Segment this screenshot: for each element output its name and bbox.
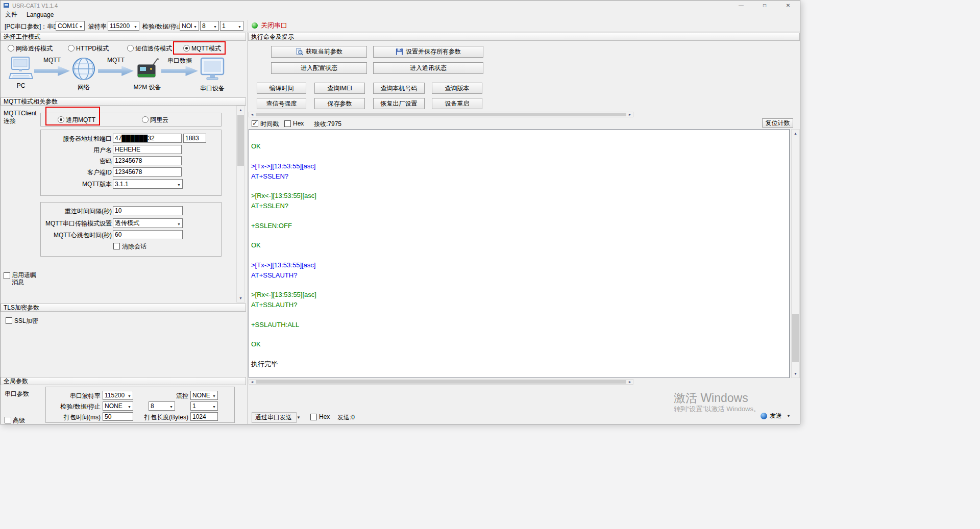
radio-net-mode-label[interactable]: 网络透传模式	[16, 44, 53, 53]
log-line: >[Tx->][13:53:55][asc]	[251, 260, 787, 270]
scrollbar-thumb[interactable]	[256, 380, 626, 384]
send-button[interactable]: 发送	[761, 412, 791, 420]
radio-general-mqtt-label[interactable]: 通用MQTT	[66, 116, 95, 124]
flow-select[interactable]: NONE	[190, 391, 218, 400]
scroll-right-icon[interactable]	[627, 112, 633, 117]
signal-strength-button[interactable]: 查信号强度	[257, 98, 306, 109]
scrollbar-thumb[interactable]	[237, 115, 244, 166]
enter-comm-button[interactable]: 进入通讯状态	[373, 62, 483, 74]
timestamp-label[interactable]: 时间戳	[260, 120, 279, 129]
log-line	[251, 231, 787, 240]
compile-time-button[interactable]: 编译时间	[257, 83, 306, 94]
save-params-button[interactable]: 保存参数	[314, 98, 365, 109]
global-databits-select[interactable]: 8	[149, 401, 175, 411]
databits-select[interactable]: 8	[200, 21, 219, 31]
ssl-label[interactable]: SSL加密	[14, 317, 38, 325]
log-vscrollbar[interactable]	[791, 129, 800, 378]
packlen-field[interactable]	[190, 412, 218, 421]
log-line	[251, 211, 787, 220]
scroll-left-icon[interactable]	[249, 380, 255, 384]
maximize-button[interactable]: □	[753, 1, 776, 10]
username-field[interactable]	[113, 145, 182, 154]
query-imei-button[interactable]: 查询IMEI	[314, 83, 365, 94]
query-number-button[interactable]: 查询本机号码	[373, 83, 425, 94]
radio-net-mode[interactable]	[8, 45, 14, 52]
radio-aliyun-label[interactable]: 阿里云	[150, 116, 168, 124]
radio-general-mqtt[interactable]	[58, 116, 64, 123]
timestamp-checkbox[interactable]	[252, 120, 258, 127]
radio-mqtt-mode[interactable]	[183, 45, 190, 52]
baud-select[interactable]: 115200	[108, 21, 139, 31]
advanced-checkbox[interactable]	[5, 417, 11, 423]
minimize-button[interactable]: —	[729, 1, 753, 10]
menu-file[interactable]: 文件	[1, 10, 22, 19]
ssl-checkbox[interactable]	[6, 317, 12, 324]
scrollbar-thumb[interactable]	[792, 314, 799, 362]
global-params-header: 全局参数	[1, 377, 246, 385]
reset-count-button[interactable]: 复位计数	[762, 118, 793, 128]
chevron-down-icon	[132, 22, 139, 30]
menu-language[interactable]: Language	[22, 10, 58, 19]
packtime-field[interactable]	[103, 412, 133, 421]
chevron-down-icon	[126, 402, 133, 410]
mqtt-version-select[interactable]: 3.1.1	[113, 179, 183, 189]
cmd-header: 执行命令及提示	[248, 33, 800, 41]
set-save-params-button[interactable]: 设置并保存所有参数	[373, 46, 483, 58]
radio-httpd-mode[interactable]	[68, 45, 75, 52]
enable-will-label-2[interactable]: 消息	[12, 278, 24, 287]
scroll-down-icon[interactable]	[237, 294, 244, 302]
query-version-button[interactable]: 查询版本	[432, 83, 482, 94]
log-area[interactable]: OK>[Tx->][13:53:55][asc]AT+SSLEN?>[Rx<-]…	[249, 129, 790, 378]
hex-recv-label[interactable]: Hex	[293, 120, 304, 127]
stopbits-select[interactable]: 1	[220, 21, 243, 31]
reconnect-field[interactable]	[113, 206, 183, 215]
radio-sms-mode-label[interactable]: 短信透传模式	[135, 44, 172, 53]
log-line: AT+SSLAUTH?	[251, 270, 787, 280]
com-port-select[interactable]: COM10	[56, 21, 85, 31]
log-hscrollbar[interactable]	[249, 379, 633, 385]
transfer-mode-select[interactable]: 透传模式	[113, 218, 183, 228]
close-button[interactable]: ✕	[776, 1, 800, 10]
device-restart-button[interactable]: 设备重启	[432, 98, 482, 109]
scrollbar-thumb[interactable]	[256, 113, 626, 116]
scroll-left-icon[interactable]	[249, 112, 255, 117]
log-line	[251, 330, 787, 339]
hex-recv-checkbox[interactable]	[284, 120, 291, 127]
server-address-field[interactable]	[113, 134, 182, 143]
global-baud-select[interactable]: 115200	[103, 391, 133, 400]
password-field[interactable]	[113, 156, 182, 165]
save-disk-icon	[396, 48, 403, 56]
clear-session-checkbox[interactable]	[113, 243, 120, 249]
heartbeat-field[interactable]	[113, 230, 183, 239]
mqtt-panel-scrollbar[interactable]	[236, 106, 245, 303]
mqtt-client-label-2: 连接	[4, 117, 16, 125]
client-id-field[interactable]	[113, 167, 182, 177]
hex-send-label[interactable]: Hex	[319, 413, 330, 420]
clear-session-label[interactable]: 清除会话	[122, 242, 146, 251]
scroll-up-icon[interactable]	[792, 130, 799, 137]
global-stopbits-select[interactable]: 1	[190, 401, 218, 411]
radio-sms-mode[interactable]	[127, 45, 134, 52]
cmd-hscrollbar[interactable]	[249, 112, 633, 117]
radio-httpd-mode-label[interactable]: HTTPD模式	[76, 44, 109, 53]
send-via-serial-button[interactable]: 通过串口发送	[252, 412, 297, 423]
radio-mqtt-mode-label[interactable]: MQTT模式	[191, 44, 221, 53]
mqtt-arrow1-label: MQTT	[34, 57, 70, 64]
server-port-field[interactable]	[183, 134, 206, 143]
hex-send-checkbox[interactable]	[310, 414, 317, 420]
baud-label: 波特率	[88, 22, 107, 31]
radio-aliyun[interactable]	[142, 116, 149, 123]
enable-will-checkbox[interactable]	[4, 272, 10, 279]
close-port-button[interactable]: 关闭串口	[252, 21, 287, 30]
serial-group-label: 串口参数	[5, 390, 29, 398]
enter-config-button[interactable]: 进入配置状态	[271, 62, 367, 74]
advanced-label[interactable]: 高级	[13, 416, 25, 425]
scroll-down-icon[interactable]	[792, 370, 799, 377]
global-parity-select[interactable]: NONE	[103, 401, 133, 411]
factory-reset-button[interactable]: 恢复出厂设置	[373, 98, 425, 109]
get-params-button[interactable]: 获取当前参数	[271, 46, 367, 58]
scroll-right-icon[interactable]	[627, 380, 633, 384]
parity-select[interactable]: NONE	[180, 21, 199, 31]
scroll-up-icon[interactable]	[237, 106, 244, 114]
transfer-mode-label: MQTT串口传输模式设置	[39, 219, 112, 228]
